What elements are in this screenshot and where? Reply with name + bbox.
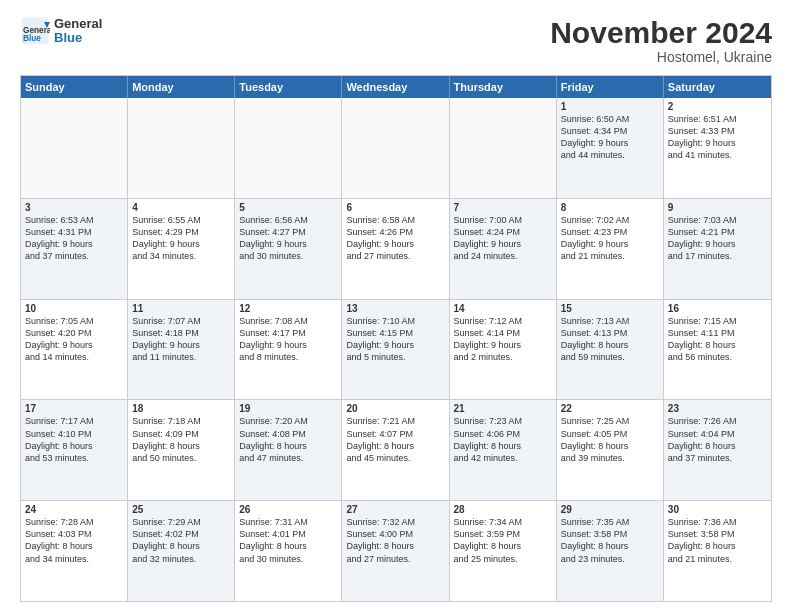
- day-number: 10: [25, 303, 123, 314]
- day-number: 1: [561, 101, 659, 112]
- calendar-cell: 6Sunrise: 6:58 AM Sunset: 4:26 PM Daylig…: [342, 199, 449, 299]
- day-number: 3: [25, 202, 123, 213]
- calendar-cell: [235, 98, 342, 198]
- calendar-cell: 22Sunrise: 7:25 AM Sunset: 4:05 PM Dayli…: [557, 400, 664, 500]
- title-block: November 2024 Hostomel, Ukraine: [550, 16, 772, 65]
- cell-info: Sunrise: 7:36 AM Sunset: 3:58 PM Dayligh…: [668, 516, 767, 565]
- cell-info: Sunrise: 6:56 AM Sunset: 4:27 PM Dayligh…: [239, 214, 337, 263]
- calendar-cell: 23Sunrise: 7:26 AM Sunset: 4:04 PM Dayli…: [664, 400, 771, 500]
- calendar-cell: 20Sunrise: 7:21 AM Sunset: 4:07 PM Dayli…: [342, 400, 449, 500]
- page-subtitle: Hostomel, Ukraine: [550, 49, 772, 65]
- calendar-cell: [342, 98, 449, 198]
- cell-info: Sunrise: 7:13 AM Sunset: 4:13 PM Dayligh…: [561, 315, 659, 364]
- calendar-cell: 25Sunrise: 7:29 AM Sunset: 4:02 PM Dayli…: [128, 501, 235, 601]
- calendar-cell: 14Sunrise: 7:12 AM Sunset: 4:14 PM Dayli…: [450, 300, 557, 400]
- day-number: 20: [346, 403, 444, 414]
- cell-info: Sunrise: 7:31 AM Sunset: 4:01 PM Dayligh…: [239, 516, 337, 565]
- cell-info: Sunrise: 7:23 AM Sunset: 4:06 PM Dayligh…: [454, 415, 552, 464]
- logo-general: General: [54, 17, 102, 31]
- calendar-cell: 3Sunrise: 6:53 AM Sunset: 4:31 PM Daylig…: [21, 199, 128, 299]
- calendar-cell: 17Sunrise: 7:17 AM Sunset: 4:10 PM Dayli…: [21, 400, 128, 500]
- calendar-cell: 24Sunrise: 7:28 AM Sunset: 4:03 PM Dayli…: [21, 501, 128, 601]
- day-number: 11: [132, 303, 230, 314]
- calendar-cell: 16Sunrise: 7:15 AM Sunset: 4:11 PM Dayli…: [664, 300, 771, 400]
- day-number: 17: [25, 403, 123, 414]
- day-number: 18: [132, 403, 230, 414]
- day-number: 16: [668, 303, 767, 314]
- day-number: 27: [346, 504, 444, 515]
- cell-info: Sunrise: 7:25 AM Sunset: 4:05 PM Dayligh…: [561, 415, 659, 464]
- calendar-cell: 12Sunrise: 7:08 AM Sunset: 4:17 PM Dayli…: [235, 300, 342, 400]
- day-number: 4: [132, 202, 230, 213]
- day-number: 14: [454, 303, 552, 314]
- day-number: 2: [668, 101, 767, 112]
- cell-info: Sunrise: 7:21 AM Sunset: 4:07 PM Dayligh…: [346, 415, 444, 464]
- cell-info: Sunrise: 7:34 AM Sunset: 3:59 PM Dayligh…: [454, 516, 552, 565]
- calendar-row: 3Sunrise: 6:53 AM Sunset: 4:31 PM Daylig…: [21, 198, 771, 299]
- calendar-cell: 2Sunrise: 6:51 AM Sunset: 4:33 PM Daylig…: [664, 98, 771, 198]
- calendar-cell: 13Sunrise: 7:10 AM Sunset: 4:15 PM Dayli…: [342, 300, 449, 400]
- day-number: 21: [454, 403, 552, 414]
- cell-info: Sunrise: 7:02 AM Sunset: 4:23 PM Dayligh…: [561, 214, 659, 263]
- cell-info: Sunrise: 7:08 AM Sunset: 4:17 PM Dayligh…: [239, 315, 337, 364]
- calendar-cell: 11Sunrise: 7:07 AM Sunset: 4:18 PM Dayli…: [128, 300, 235, 400]
- day-number: 15: [561, 303, 659, 314]
- calendar-cell: 4Sunrise: 6:55 AM Sunset: 4:29 PM Daylig…: [128, 199, 235, 299]
- calendar-row: 17Sunrise: 7:17 AM Sunset: 4:10 PM Dayli…: [21, 399, 771, 500]
- calendar: SundayMondayTuesdayWednesdayThursdayFrid…: [20, 75, 772, 602]
- calendar-cell: 15Sunrise: 7:13 AM Sunset: 4:13 PM Dayli…: [557, 300, 664, 400]
- calendar-cell: 7Sunrise: 7:00 AM Sunset: 4:24 PM Daylig…: [450, 199, 557, 299]
- day-number: 29: [561, 504, 659, 515]
- day-number: 12: [239, 303, 337, 314]
- calendar-header-cell: Tuesday: [235, 76, 342, 98]
- cell-info: Sunrise: 7:12 AM Sunset: 4:14 PM Dayligh…: [454, 315, 552, 364]
- svg-text:Blue: Blue: [23, 34, 41, 43]
- cell-info: Sunrise: 6:55 AM Sunset: 4:29 PM Dayligh…: [132, 214, 230, 263]
- calendar-header-cell: Friday: [557, 76, 664, 98]
- day-number: 30: [668, 504, 767, 515]
- calendar-cell: 26Sunrise: 7:31 AM Sunset: 4:01 PM Dayli…: [235, 501, 342, 601]
- calendar-row: 10Sunrise: 7:05 AM Sunset: 4:20 PM Dayli…: [21, 299, 771, 400]
- logo-icon: General Blue: [20, 16, 50, 46]
- cell-info: Sunrise: 7:20 AM Sunset: 4:08 PM Dayligh…: [239, 415, 337, 464]
- page: General Blue General Blue November 2024 …: [0, 0, 792, 612]
- calendar-cell: [21, 98, 128, 198]
- calendar-cell: 8Sunrise: 7:02 AM Sunset: 4:23 PM Daylig…: [557, 199, 664, 299]
- day-number: 8: [561, 202, 659, 213]
- cell-info: Sunrise: 7:28 AM Sunset: 4:03 PM Dayligh…: [25, 516, 123, 565]
- cell-info: Sunrise: 7:03 AM Sunset: 4:21 PM Dayligh…: [668, 214, 767, 263]
- calendar-header-cell: Sunday: [21, 76, 128, 98]
- logo-blue: Blue: [54, 31, 102, 45]
- cell-info: Sunrise: 6:50 AM Sunset: 4:34 PM Dayligh…: [561, 113, 659, 162]
- day-number: 24: [25, 504, 123, 515]
- calendar-header: SundayMondayTuesdayWednesdayThursdayFrid…: [21, 76, 771, 98]
- cell-info: Sunrise: 7:05 AM Sunset: 4:20 PM Dayligh…: [25, 315, 123, 364]
- calendar-header-cell: Saturday: [664, 76, 771, 98]
- calendar-row: 1Sunrise: 6:50 AM Sunset: 4:34 PM Daylig…: [21, 98, 771, 198]
- logo-text: General Blue: [54, 17, 102, 46]
- day-number: 22: [561, 403, 659, 414]
- calendar-cell: [450, 98, 557, 198]
- cell-info: Sunrise: 7:00 AM Sunset: 4:24 PM Dayligh…: [454, 214, 552, 263]
- calendar-cell: [128, 98, 235, 198]
- day-number: 13: [346, 303, 444, 314]
- calendar-cell: 9Sunrise: 7:03 AM Sunset: 4:21 PM Daylig…: [664, 199, 771, 299]
- calendar-cell: 5Sunrise: 6:56 AM Sunset: 4:27 PM Daylig…: [235, 199, 342, 299]
- calendar-header-cell: Wednesday: [342, 76, 449, 98]
- calendar-cell: 18Sunrise: 7:18 AM Sunset: 4:09 PM Dayli…: [128, 400, 235, 500]
- cell-info: Sunrise: 6:51 AM Sunset: 4:33 PM Dayligh…: [668, 113, 767, 162]
- cell-info: Sunrise: 7:07 AM Sunset: 4:18 PM Dayligh…: [132, 315, 230, 364]
- day-number: 23: [668, 403, 767, 414]
- calendar-header-cell: Monday: [128, 76, 235, 98]
- calendar-cell: 29Sunrise: 7:35 AM Sunset: 3:58 PM Dayli…: [557, 501, 664, 601]
- day-number: 28: [454, 504, 552, 515]
- calendar-cell: 30Sunrise: 7:36 AM Sunset: 3:58 PM Dayli…: [664, 501, 771, 601]
- logo: General Blue General Blue: [20, 16, 102, 46]
- calendar-body: 1Sunrise: 6:50 AM Sunset: 4:34 PM Daylig…: [21, 98, 771, 601]
- day-number: 9: [668, 202, 767, 213]
- cell-info: Sunrise: 7:17 AM Sunset: 4:10 PM Dayligh…: [25, 415, 123, 464]
- calendar-cell: 27Sunrise: 7:32 AM Sunset: 4:00 PM Dayli…: [342, 501, 449, 601]
- calendar-cell: 10Sunrise: 7:05 AM Sunset: 4:20 PM Dayli…: [21, 300, 128, 400]
- cell-info: Sunrise: 7:26 AM Sunset: 4:04 PM Dayligh…: [668, 415, 767, 464]
- calendar-header-cell: Thursday: [450, 76, 557, 98]
